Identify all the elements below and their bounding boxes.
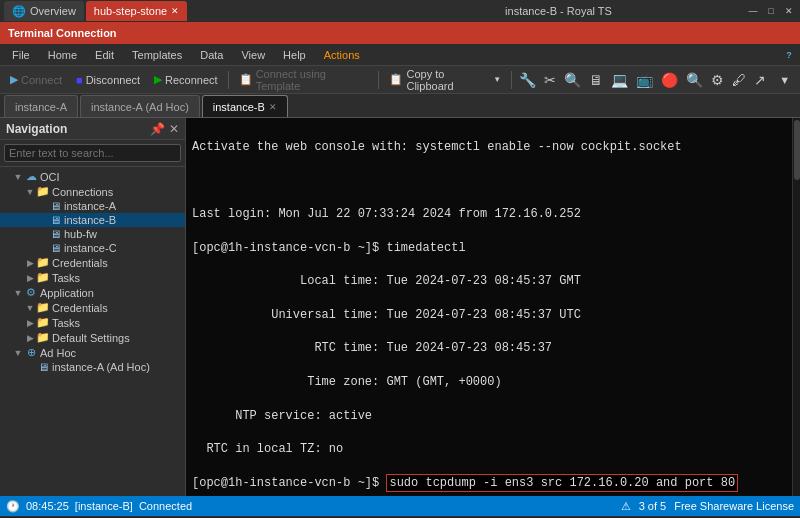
session-tab-instance-a[interactable]: instance-A	[4, 95, 78, 117]
sidebar-header: Navigation 📌 ✕	[0, 118, 185, 140]
term-line-9: RTC in local TZ: no	[192, 441, 794, 458]
status-bar: 🕐 08:45:25 [instance-B] Connected ⚠ 3 of…	[0, 496, 800, 516]
status-page-info: 3 of 5	[639, 500, 667, 512]
tree-item-adhoc[interactable]: ▼ ⊕ Ad Hoc	[0, 345, 185, 360]
menu-bar: File Home Edit Templates Data View Help …	[0, 44, 800, 66]
menu-actions[interactable]: Actions	[316, 47, 368, 63]
tree-label-instance-b: instance-B	[62, 214, 185, 226]
tree-item-default-settings[interactable]: ▶ 📁 Default Settings	[0, 330, 185, 345]
tree-label-instance-c: instance-C	[62, 242, 185, 254]
maximize-button[interactable]: □	[764, 4, 778, 18]
tree-item-connections[interactable]: ▼ 📁 Connections	[0, 184, 185, 199]
copy-clipboard-button[interactable]: 📋 Copy to Clipboard ▼	[383, 69, 507, 91]
application-icon: ⚙	[24, 286, 38, 299]
connect-icon: ▶	[10, 73, 18, 86]
tree-item-instance-c[interactable]: 🖥 instance-C	[0, 241, 185, 255]
tree-expand-credentials[interactable]: ▶	[24, 258, 36, 268]
tree-item-instance-a[interactable]: 🖥 instance-A	[0, 199, 185, 213]
tree-item-oci[interactable]: ▼ ☁ OCI	[0, 169, 185, 184]
tree-expand-app-credentials[interactable]: ▼	[24, 303, 36, 313]
hub-fw-icon: 🖥	[48, 228, 62, 240]
tb-icon-11[interactable]: ↗	[751, 69, 769, 91]
tree-expand-oci[interactable]: ▼	[12, 172, 24, 182]
tree-item-tasks[interactable]: ▶ 📁 Tasks	[0, 270, 185, 285]
session-tab-instance-a-adhoc[interactable]: instance-A (Ad Hoc)	[80, 95, 200, 117]
menu-edit[interactable]: Edit	[87, 47, 122, 63]
tree-expand-application[interactable]: ▼	[12, 288, 24, 298]
adhoc-icon: ⊕	[24, 346, 38, 359]
tb-icon-5[interactable]: 💻	[608, 69, 631, 91]
tb-icon-9[interactable]: ⚙	[708, 69, 727, 91]
browser-tab-hub-step-stone[interactable]: hub-step-stone ✕	[86, 1, 187, 21]
toolbar: ▶ Connect ■ Disconnect ▶ Reconnect 📋 Con…	[0, 66, 800, 94]
tb-icon-2[interactable]: ✂	[541, 69, 559, 91]
status-left: 🕐 08:45:25 [instance-B] Connected	[6, 500, 613, 513]
tb-icon-4[interactable]: 🖥	[586, 69, 606, 91]
connect-template-button[interactable]: 📋 Connect using Template	[233, 69, 375, 91]
session-tab-instance-b-close[interactable]: ✕	[269, 102, 277, 112]
instance-b-icon: 🖥	[48, 214, 62, 226]
tree-item-app-credentials[interactable]: ▼ 📁 Credentials	[0, 300, 185, 315]
tb-icon-3[interactable]: 🔍	[561, 69, 584, 91]
sidebar-close-icon[interactable]: ✕	[169, 122, 179, 136]
session-tab-instance-b-label: instance-B	[213, 101, 265, 113]
tree-expand-default-settings[interactable]: ▶	[24, 333, 36, 343]
tree-expand-adhoc[interactable]: ▼	[12, 348, 24, 358]
term-line-1	[192, 172, 794, 189]
instance-c-icon: 🖥	[48, 242, 62, 254]
tb-icon-1[interactable]: 🔧	[516, 69, 539, 91]
tb-icon-7[interactable]: 🔴	[658, 69, 681, 91]
menu-view[interactable]: View	[233, 47, 273, 63]
tree-item-hub-fw[interactable]: 🖥 hub-fw	[0, 227, 185, 241]
tree-label-app-credentials: Credentials	[50, 302, 185, 314]
clipboard-icon: 📋	[389, 73, 403, 86]
browser-tab-hub-step-stone-label: hub-step-stone	[94, 5, 167, 17]
menu-help[interactable]: Help	[275, 47, 314, 63]
search-input[interactable]	[4, 144, 181, 162]
oci-globe-icon: ☁	[24, 170, 38, 183]
sidebar-pin-icon[interactable]: 📌	[150, 122, 165, 136]
sidebar-icons: 📌 ✕	[150, 122, 179, 136]
session-tab-instance-b[interactable]: instance-B ✕	[202, 95, 288, 117]
tree-item-app-tasks[interactable]: ▶ 📁 Tasks	[0, 315, 185, 330]
sidebar-tree: ▼ ☁ OCI ▼ 📁 Connections 🖥 instance-A	[0, 167, 185, 496]
tb-icon-8[interactable]: 🔍	[683, 69, 706, 91]
sidebar-title: Navigation	[6, 122, 67, 136]
menu-data[interactable]: Data	[192, 47, 231, 63]
connect-button[interactable]: ▶ Connect	[4, 69, 68, 91]
connections-folder-icon: 📁	[36, 185, 50, 198]
tb-icon-6[interactable]: 📺	[633, 69, 656, 91]
tree-item-application[interactable]: ▼ ⚙ Application	[0, 285, 185, 300]
tree-item-instance-b[interactable]: 🖥 instance-B	[0, 213, 185, 227]
toolbar-expand[interactable]: ▼	[773, 69, 796, 91]
reconnect-button[interactable]: ▶ Reconnect	[148, 69, 224, 91]
close-button[interactable]: ✕	[782, 4, 796, 18]
terminal-scrollbar[interactable]	[792, 118, 800, 496]
menu-help-icon[interactable]: ?	[782, 48, 796, 62]
disconnect-button[interactable]: ■ Disconnect	[70, 69, 146, 91]
tree-label-app-tasks: Tasks	[50, 317, 185, 329]
terminal-scrollbar-thumb[interactable]	[794, 120, 800, 180]
menu-templates[interactable]: Templates	[124, 47, 190, 63]
tree-item-credentials[interactable]: ▶ 📁 Credentials	[0, 255, 185, 270]
minimize-button[interactable]: —	[746, 4, 760, 18]
app-title: instance-B - Royal TS	[375, 5, 742, 17]
tree-expand-connections[interactable]: ▼	[24, 187, 36, 197]
browser-tab-overview-label: Overview	[30, 5, 76, 17]
browser-tab-overview-icon: 🌐	[12, 5, 26, 18]
tree-label-instance-a: instance-A	[62, 200, 185, 212]
terminal-area[interactable]: Activate the web console with: systemctl…	[186, 118, 800, 496]
terminal-content: Activate the web console with: systemctl…	[186, 118, 800, 496]
tree-expand-app-tasks[interactable]: ▶	[24, 318, 36, 328]
menu-file[interactable]: File	[4, 47, 38, 63]
browser-tab-overview[interactable]: 🌐 Overview	[4, 1, 84, 21]
tree-item-instance-a-adhoc[interactable]: 🖥 instance-A (Ad Hoc)	[0, 360, 185, 374]
term-line-7: Time zone: GMT (GMT, +0000)	[192, 374, 794, 391]
tree-label-instance-a-adhoc: instance-A (Ad Hoc)	[50, 361, 185, 373]
browser-tab-hub-step-stone-close[interactable]: ✕	[171, 6, 179, 16]
status-license: Free Shareware License	[674, 500, 794, 512]
tree-label-default-settings: Default Settings	[50, 332, 185, 344]
tb-icon-10[interactable]: 🖋	[729, 69, 749, 91]
tree-expand-tasks[interactable]: ▶	[24, 273, 36, 283]
menu-home[interactable]: Home	[40, 47, 85, 63]
